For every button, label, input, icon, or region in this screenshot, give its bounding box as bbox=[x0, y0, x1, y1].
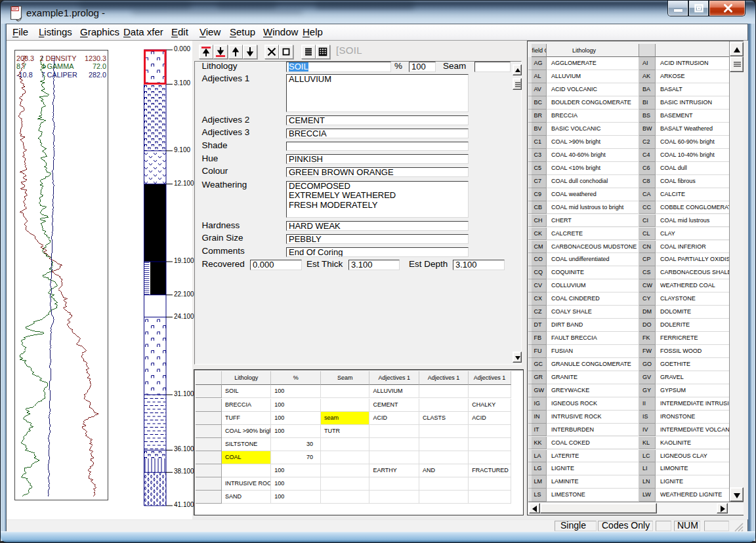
svg-text:3.100: 3.100 bbox=[174, 79, 190, 87]
svg-text:208.3: 208.3 bbox=[16, 54, 34, 62]
svg-text:9.100: 9.100 bbox=[174, 146, 190, 153]
svg-text:0.000: 0.000 bbox=[174, 45, 190, 52]
svg-text:4 GAMMA: 4 GAMMA bbox=[41, 62, 74, 70]
svg-text:22.100: 22.100 bbox=[174, 291, 194, 298]
svg-text:282.0: 282.0 bbox=[89, 71, 106, 79]
svg-text:1230.3: 1230.3 bbox=[85, 54, 106, 62]
svg-text:72.0: 72.0 bbox=[93, 62, 106, 70]
svg-text:2 DENSITY: 2 DENSITY bbox=[39, 54, 76, 62]
svg-text:36.100: 36.100 bbox=[174, 445, 194, 452]
svg-text:-10.8: -10.8 bbox=[16, 71, 33, 79]
svg-text:19.100: 19.100 bbox=[174, 257, 194, 264]
svg-text:8.7: 8.7 bbox=[16, 62, 26, 70]
svg-text:7 CALIPER: 7 CALIPER bbox=[41, 71, 77, 79]
svg-text:41.100: 41.100 bbox=[174, 501, 194, 508]
svg-text:24.100: 24.100 bbox=[174, 313, 194, 320]
svg-text:38.100: 38.100 bbox=[174, 468, 194, 475]
svg-text:31.100: 31.100 bbox=[174, 390, 194, 397]
svg-text:12.100: 12.100 bbox=[174, 180, 194, 187]
